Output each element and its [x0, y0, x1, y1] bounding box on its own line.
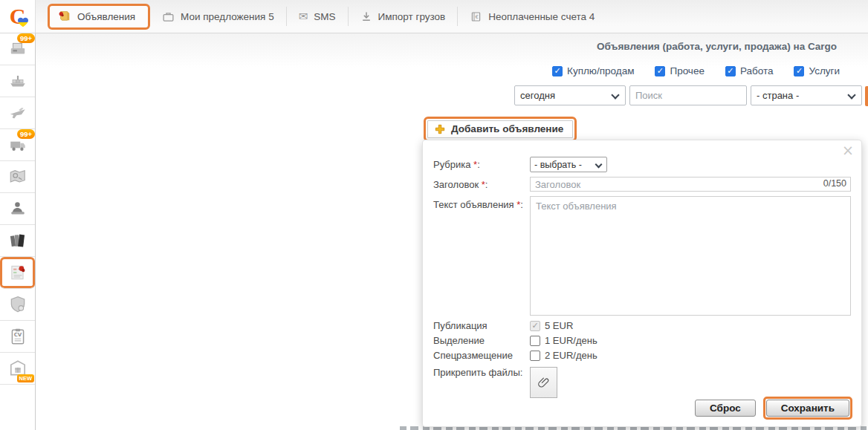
envelope-icon: ✉: [299, 11, 308, 22]
sidebar-item-sea[interactable]: [0, 65, 35, 97]
announcement-textarea[interactable]: [530, 196, 851, 316]
tab-sms[interactable]: ✉ SMS: [287, 7, 349, 26]
highlight-option[interactable]: 1 EUR/день: [530, 335, 597, 346]
annotation-highlight-save: Сохранить: [763, 397, 852, 420]
paperclip-icon: [537, 376, 551, 389]
tab-label: Импорт грузов: [378, 11, 446, 22]
checkbox-checked-icon: ✓: [552, 66, 563, 76]
add-announcement-label: Добавить объявление: [451, 123, 563, 134]
announcements-note-icon: [8, 263, 27, 282]
rubric-row: Рубрика *: - выбрать -: [433, 157, 851, 172]
save-button[interactable]: Сохранить: [766, 400, 849, 417]
text-row: Текст объявления *:: [433, 196, 851, 316]
rubric-select-wrap: - выбрать -: [530, 157, 607, 172]
close-icon[interactable]: ×: [842, 142, 854, 158]
filter-services[interactable]: ✓ Услуги: [794, 65, 840, 76]
briefcase-icon: [162, 10, 175, 23]
attach-row: Прикрепить файлы:: [433, 367, 851, 398]
filter-work[interactable]: ✓ Работа: [725, 65, 774, 76]
rubric-select[interactable]: - выбрать -: [530, 157, 607, 172]
tab-label: Неоплаченные счета 4: [488, 11, 595, 22]
title-label: Заголовок *:: [433, 179, 530, 190]
sidebar-item-warehouse[interactable]: NEW: [0, 353, 35, 385]
page-title: Объявления (работа, услуги, продажа) на …: [597, 41, 837, 52]
new-badge: NEW: [17, 374, 35, 382]
main-content: Объявления (работа, услуги, продажа) на …: [36, 33, 868, 430]
tab-my-offers[interactable]: Мои предложения 5: [150, 7, 287, 26]
country-select-wrap: - страна -: [751, 85, 862, 105]
special-label: Спецразмещение: [433, 350, 530, 361]
add-announcement-button[interactable]: Добавить объявление: [427, 120, 573, 138]
top-tabs: Объявления Мои предложения 5 ✉ SMS: [36, 0, 606, 33]
tab-label: Объявления: [77, 11, 135, 22]
airplane-icon: [8, 103, 27, 123]
sidebar-item-announcements[interactable]: [0, 257, 35, 289]
map-icon: [8, 167, 27, 186]
annotation-highlight-tab: Объявления: [48, 4, 150, 30]
title-input-wrap: 0/150: [530, 177, 851, 192]
country-select[interactable]: - страна -: [751, 85, 862, 105]
left-sidebar: 99+ 99+: [0, 33, 36, 430]
highlight-row: Выделение 1 EUR/день: [433, 335, 851, 346]
edge-button-fragment[interactable]: [865, 86, 868, 106]
checkbox-checked-icon: ✓: [655, 66, 665, 76]
add-announcement-form: × Рубрика *: - выбрать - Заголовок *: 0/…: [422, 140, 862, 427]
books-icon: [8, 231, 27, 250]
attach-files-button[interactable]: [530, 367, 557, 398]
app-window: C Об: [0, 0, 868, 430]
shield-icon: [8, 295, 27, 314]
special-row: Спецразмещение 2 EUR/день: [433, 350, 851, 361]
period-select[interactable]: сегодня: [514, 85, 626, 105]
title-row: Заголовок *: 0/150: [433, 177, 851, 192]
annotation-highlight-add: Добавить объявление: [424, 117, 577, 142]
ukraine-heart-icon: [17, 17, 29, 27]
tab-cargo-import[interactable]: Импорт грузов: [349, 7, 459, 26]
svg-text:€: €: [476, 14, 479, 20]
publication-label: Публикация: [433, 320, 530, 331]
sidebar-item-freight[interactable]: 99+: [0, 33, 35, 65]
checkbox-unchecked-icon: [530, 336, 540, 346]
period-select-wrap: сегодня: [514, 85, 626, 105]
cargo-logo[interactable]: C: [0, 0, 36, 33]
checkbox-checked-icon: ✓: [794, 66, 804, 76]
svg-text:CV: CV: [13, 331, 22, 338]
checkbox-unchecked-icon: [530, 351, 540, 361]
title-input[interactable]: [530, 177, 851, 192]
sidebar-item-dispatcher[interactable]: [0, 193, 35, 225]
import-download-icon: [360, 10, 372, 22]
filter-buy-sell[interactable]: ✓ Куплю/продам: [552, 65, 634, 76]
note-pin-icon: [58, 9, 71, 25]
publication-option: ✓ 5 EUR: [530, 320, 573, 331]
sidebar-item-catalog[interactable]: [0, 225, 35, 257]
text-label: Текст объявления *:: [433, 196, 530, 210]
dispatcher-icon: [8, 199, 27, 218]
search-input[interactable]: [629, 85, 747, 105]
checkbox-disabled-checked-icon: ✓: [530, 321, 540, 331]
sidebar-item-security[interactable]: [0, 289, 35, 321]
count-badge: 99+: [17, 33, 35, 43]
publication-row: Публикация ✓ 5 EUR: [433, 320, 851, 331]
tab-label: SMS: [314, 11, 335, 22]
search-filter-row: сегодня - страна -: [514, 85, 862, 105]
tab-unpaid-invoices[interactable]: € Неоплаченные счета 4: [458, 7, 606, 26]
plus-icon: [435, 124, 445, 134]
checkbox-checked-icon: ✓: [725, 66, 736, 76]
special-option[interactable]: 2 EUR/день: [530, 350, 597, 361]
sidebar-item-transport[interactable]: 99+: [0, 129, 35, 161]
top-bar: C Об: [0, 0, 868, 33]
cv-clipboard-icon: CV: [8, 327, 27, 346]
tab-announcements[interactable]: Объявления: [50, 6, 143, 27]
tab-label: Мои предложения 5: [181, 11, 274, 22]
ship-icon: [8, 71, 27, 91]
count-badge: 99+: [17, 129, 35, 139]
invoice-euro-icon: €: [470, 10, 482, 23]
filter-other[interactable]: ✓ Прочее: [655, 65, 704, 76]
rubric-label: Рубрика *:: [433, 159, 530, 170]
sidebar-item-map[interactable]: [0, 161, 35, 193]
sidebar-item-air[interactable]: [0, 97, 35, 129]
reset-button[interactable]: Сброс: [695, 400, 756, 417]
form-buttons: Сброс Сохранить: [695, 397, 852, 420]
sidebar-item-cv[interactable]: CV: [0, 321, 35, 353]
highlight-label: Выделение: [433, 335, 530, 346]
attach-label: Прикрепить файлы:: [433, 367, 530, 378]
